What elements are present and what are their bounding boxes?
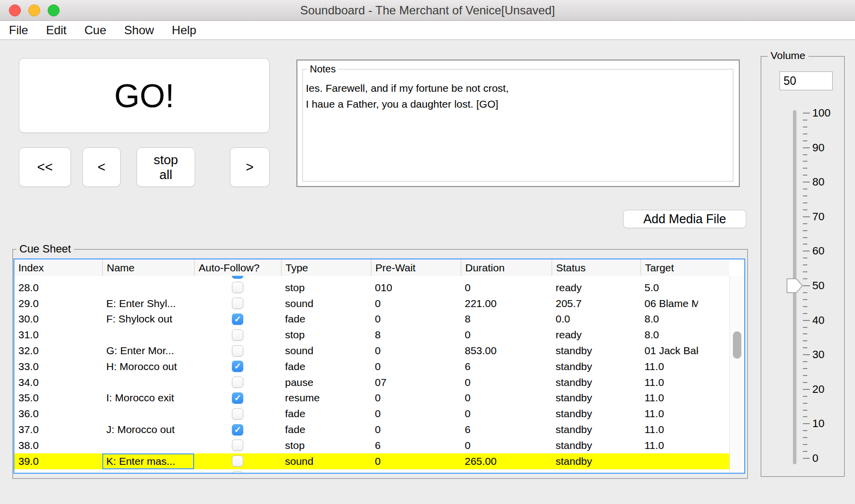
cell-type[interactable]: stop xyxy=(281,438,371,453)
cell-index[interactable]: 30.0 xyxy=(14,312,102,327)
cue-row-40.0[interactable]: 40.0L: ...fade00standby20.0 xyxy=(14,469,729,473)
cell-index[interactable]: 28.0 xyxy=(14,280,102,296)
cell-name[interactable]: K: Enter mas... xyxy=(102,453,194,469)
cell-name[interactable]: I: Morocco exit xyxy=(102,390,194,406)
cell-name[interactable]: L: ... xyxy=(102,469,194,473)
cell-cb[interactable]: ✓ xyxy=(194,359,281,375)
cell-duration[interactable]: 221.00 xyxy=(461,296,552,312)
cell-duration[interactable]: 0 xyxy=(461,327,552,343)
cell-target[interactable]: 06 Blame My... xyxy=(641,296,698,312)
cell-target[interactable]: 20.0 xyxy=(641,469,698,473)
cell-filler[interactable] xyxy=(698,359,729,375)
cell-type[interactable]: pause xyxy=(281,375,371,390)
cell-cb[interactable] xyxy=(194,327,281,343)
menu-help[interactable]: Help xyxy=(172,23,196,37)
cell-target[interactable]: 11.0 xyxy=(641,438,698,453)
add-media-file-button[interactable]: Add Media File xyxy=(623,210,746,228)
cell-index[interactable]: 37.0 xyxy=(14,422,102,438)
cell-name[interactable] xyxy=(102,438,194,453)
cell-index[interactable]: 35.0 xyxy=(14,390,102,406)
cell-status[interactable]: standby xyxy=(552,422,641,438)
cell-name[interactable]: F: Shylock out xyxy=(102,312,194,327)
cell-target[interactable] xyxy=(641,453,698,469)
cell-filler[interactable] xyxy=(698,406,729,422)
cell-cb[interactable] xyxy=(194,406,281,422)
cue-row-33.0[interactable]: 33.0H: Morocco out✓fade06standby11.0 xyxy=(14,359,729,375)
column-header-index[interactable]: Index xyxy=(14,259,102,276)
cell-filler[interactable] xyxy=(698,296,729,312)
cue-row-36.0[interactable]: 36.0fade00standby11.0 xyxy=(14,406,729,422)
cell-cb[interactable]: ✓ xyxy=(194,390,281,406)
cell-name[interactable]: E: Enter Shyl... xyxy=(102,296,194,312)
cell-status[interactable]: ready xyxy=(552,327,641,343)
cue-row-30.0[interactable]: 30.0F: Shylock out✓fade080.08.0 xyxy=(14,312,729,327)
cell-name[interactable]: G: Enter Mor... xyxy=(102,343,194,359)
column-header-duration[interactable]: Duration xyxy=(461,259,552,276)
column-header-status[interactable]: Status xyxy=(552,259,641,276)
cell-cb[interactable] xyxy=(194,296,281,312)
cell-status[interactable]: standby xyxy=(552,406,641,422)
cue-row-39.0[interactable]: 39.0K: Enter mas...sound0265.00standby xyxy=(14,453,729,469)
previous-cue-button[interactable]: < xyxy=(82,147,121,187)
auto-follow-checkbox[interactable]: ✓ xyxy=(232,424,243,436)
cell-cb[interactable]: ✓ xyxy=(194,312,281,327)
cell-duration[interactable]: 6 xyxy=(461,359,552,375)
cell-type[interactable]: stop xyxy=(281,327,371,343)
cue-table-scrollbar[interactable] xyxy=(729,276,744,473)
cell-pre-wait[interactable]: 010 xyxy=(371,280,461,296)
column-header-autofollow[interactable]: Auto-Follow? xyxy=(194,259,281,276)
cue-row-28.0[interactable]: 28.0stop0100ready5.0 xyxy=(14,280,729,296)
cell-duration[interactable]: 0 xyxy=(461,390,552,406)
cell-status[interactable]: 205.7 xyxy=(552,296,641,312)
cell-status[interactable]: standby xyxy=(552,469,641,473)
auto-follow-checkbox[interactable]: ✓ xyxy=(232,361,243,372)
auto-follow-checkbox[interactable] xyxy=(232,408,243,420)
cell-status[interactable]: standby xyxy=(552,453,641,469)
cell-cb[interactable] xyxy=(194,280,281,296)
cell-duration[interactable]: 6 xyxy=(461,422,552,438)
cell-type[interactable]: fade xyxy=(281,359,371,375)
cell-filler[interactable] xyxy=(698,469,729,473)
cell-duration[interactable]: 0 xyxy=(461,406,552,422)
column-header-target[interactable]: Target xyxy=(641,259,698,276)
cell-cb[interactable] xyxy=(194,469,281,473)
cue-row-35.0[interactable]: 35.0I: Morocco exit✓resume00standby11.0 xyxy=(14,390,729,406)
cell-duration[interactable]: 0 xyxy=(461,438,552,453)
auto-follow-checkbox[interactable] xyxy=(232,471,243,473)
cell-status[interactable]: standby xyxy=(552,359,641,375)
cell-type[interactable]: fade xyxy=(281,312,371,327)
cell-pre-wait[interactable]: 0 xyxy=(371,453,461,469)
cell-target[interactable]: 11.0 xyxy=(641,359,698,375)
auto-follow-checkbox[interactable]: ✓ xyxy=(232,392,243,404)
auto-follow-checkbox[interactable] xyxy=(232,282,243,293)
cue-row-38.0[interactable]: 38.0stop60standby11.0 xyxy=(14,438,729,453)
cell-target[interactable]: 8.0 xyxy=(641,327,698,343)
cell-duration[interactable]: 8 xyxy=(461,312,552,327)
cell-cb[interactable] xyxy=(194,343,281,359)
cell-index[interactable]: 32.0 xyxy=(14,343,102,359)
menu-edit[interactable]: Edit xyxy=(46,23,67,37)
cue-row-32.0[interactable]: 32.0G: Enter Mor...sound0853.00standby01… xyxy=(14,343,729,359)
auto-follow-checkbox[interactable] xyxy=(232,298,243,309)
cell-duration[interactable]: 0 xyxy=(461,280,552,296)
cell-name[interactable] xyxy=(102,375,194,390)
cell-type[interactable]: fade xyxy=(281,422,371,438)
cell-duration[interactable]: 265.00 xyxy=(461,453,552,469)
cell-cb[interactable] xyxy=(194,438,281,453)
cell-pre-wait[interactable]: 0 xyxy=(371,343,461,359)
auto-follow-checkbox[interactable] xyxy=(232,377,243,388)
cell-pre-wait[interactable]: 0 xyxy=(371,312,461,327)
cell-type[interactable]: sound xyxy=(281,296,371,312)
cell-pre-wait[interactable]: 0 xyxy=(371,422,461,438)
cue-table[interactable]: IndexNameAuto-Follow?TypePre-WaitDuratio… xyxy=(13,258,745,474)
cell-name[interactable] xyxy=(102,280,194,296)
next-cue-button[interactable]: > xyxy=(230,147,270,187)
go-button[interactable]: GO! xyxy=(19,58,270,133)
cell-filler[interactable] xyxy=(698,390,729,406)
cue-row-31.0[interactable]: 31.0stop80ready8.0 xyxy=(14,327,729,343)
cell-status[interactable]: ready xyxy=(552,280,641,296)
cell-pre-wait[interactable]: 0 xyxy=(371,296,461,312)
cell-type[interactable]: resume xyxy=(281,390,371,406)
cell-index[interactable]: 38.0 xyxy=(14,438,102,453)
cell-filler[interactable] xyxy=(698,438,729,453)
